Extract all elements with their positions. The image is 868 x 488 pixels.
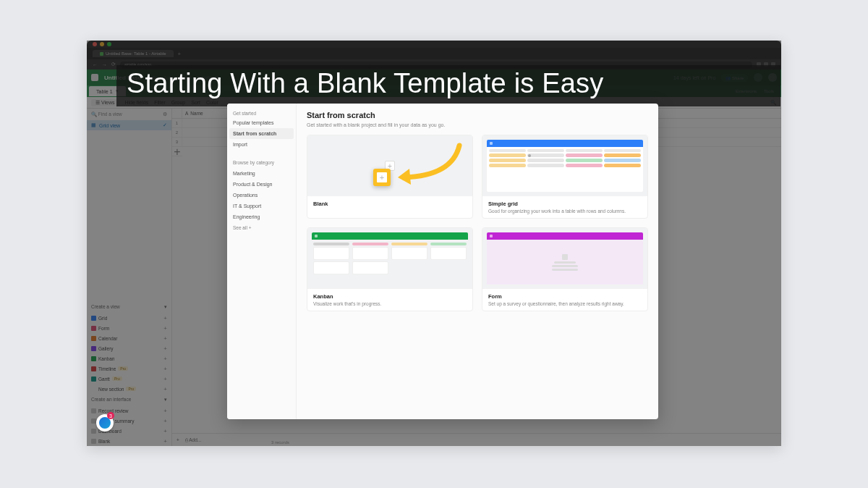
template-modal: Get started Popular templates Start from… xyxy=(227,104,658,419)
card-desc: Visualize work that's in progress. xyxy=(313,301,467,306)
modal-side-popular[interactable]: Popular templates xyxy=(227,117,296,128)
record-count: 3 records xyxy=(271,440,289,445)
template-card-simple-grid[interactable]: Simple grid Good for organizing your wor… xyxy=(482,135,648,219)
template-card-form[interactable]: Form Set up a survey or questionnaire, t… xyxy=(482,227,648,311)
modal-side-seeall[interactable]: See all + xyxy=(227,222,296,233)
card-desc: Set up a survey or questionnaire, then a… xyxy=(488,301,642,306)
modal-side-category-heading: Browse by category xyxy=(227,157,296,168)
plus-icon: + xyxy=(377,172,387,182)
modal-title: Start from scratch xyxy=(307,111,648,119)
tutorial-highlight: + xyxy=(373,169,391,186)
card-title: Form xyxy=(488,293,642,300)
app-badge[interactable]: 3 xyxy=(95,413,115,433)
card-title: Simple grid xyxy=(488,201,642,207)
modal-side-scratch[interactable]: Start from scratch xyxy=(229,128,294,139)
card-desc: Good for organizing your work into a tab… xyxy=(488,209,642,214)
template-card-kanban[interactable]: Kanban Visualize work that's in progress… xyxy=(307,227,473,311)
category-operations[interactable]: Operations xyxy=(227,190,296,201)
modal-side-heading: Get started xyxy=(227,109,296,117)
tutorial-caption: Starting With a Blank Template is Easy xyxy=(116,65,780,106)
modal-subtitle: Get started with a blank project and fil… xyxy=(307,122,648,127)
category-product-design[interactable]: Product & Design xyxy=(227,179,296,190)
badge-count: 3 xyxy=(107,412,114,419)
modal-sidebar: Get started Popular templates Start from… xyxy=(227,104,297,419)
modal-body: Start from scratch Get started with a bl… xyxy=(297,104,658,419)
category-it-support[interactable]: IT & Support xyxy=(227,201,296,211)
category-marketing[interactable]: Marketing xyxy=(227,168,296,179)
category-engineering[interactable]: Engineering xyxy=(227,211,296,222)
modal-side-import[interactable]: Import xyxy=(227,139,296,150)
card-title: Kanban xyxy=(313,293,467,300)
card-title: Blank xyxy=(313,201,467,207)
